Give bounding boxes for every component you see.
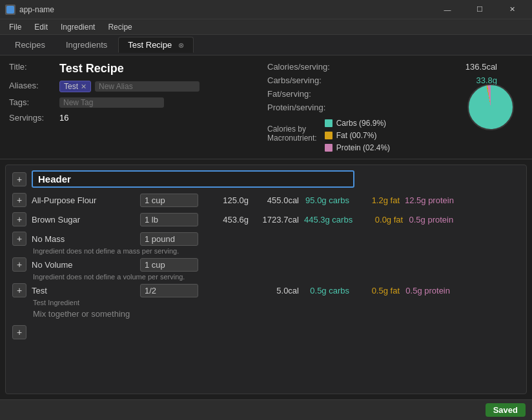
ingredient-fat-test: 0.5g fat [354, 286, 400, 295]
menu-edit[interactable]: Edit [28, 21, 54, 33]
ingredient-row-test: + Test 5.0cal 0.5g carbs 0.5g fat 0.5g p… [12, 281, 520, 300]
ingredient-cal-test: 5.0cal [254, 286, 299, 295]
alias-input[interactable] [95, 81, 200, 92]
fat-row: Fat/serving: 0.1g [267, 89, 497, 99]
recipe-note: Mix together or something [12, 306, 520, 321]
pie-chart-container [510, 62, 523, 152]
recipe-content[interactable]: + + All-Purpose Flour 125.0g 455.0cal 95… [5, 165, 527, 394]
protein-dot [325, 144, 332, 152]
add-ingredient-sugar-button[interactable]: + [12, 212, 26, 226]
menu-ingredient[interactable]: Ingredient [54, 21, 101, 33]
macro-label: Calories byMacronutrient: [267, 125, 317, 143]
ingredient-fat-flour: 1.2g fat [354, 195, 400, 205]
ingredient-name-nomass: No Mass [32, 234, 135, 244]
ingredient-row-nomass-container: + No Mass Ingredient does not define a m… [12, 229, 520, 255]
add-section-button[interactable]: + [12, 325, 26, 339]
add-ingredient-test-button[interactable]: + [12, 283, 26, 297]
tab-test-recipe[interactable]: Test Recipe ⊗ [118, 37, 194, 53]
section-header-input[interactable] [32, 170, 354, 188]
bottom-add-row: + [12, 321, 520, 343]
aliases-row: Aliases: Test ✕ [9, 81, 254, 92]
ingredient-row-sugar: + Brown Sugar 453.6g 1723.7cal 445.3g ca… [12, 210, 520, 229]
ingredient-g-sugar: 453.6g [203, 215, 249, 225]
app-name: app-name [19, 5, 54, 14]
ingredient-sub-novolume: Ingredient does not define a volume per … [12, 273, 520, 281]
ingredient-qty-test[interactable] [140, 284, 198, 297]
macro-label-block: Calories byMacronutrient: [267, 125, 317, 146]
macro-section: Calories byMacronutrient: Carbs (96.9%) … [267, 119, 497, 152]
bottom-bar: Saved [0, 399, 532, 420]
ingredient-name-test: Test [32, 286, 135, 295]
ingredient-name-sugar: Brown Sugar [32, 215, 135, 225]
title-row: Title: Test Recipe [9, 62, 254, 75]
fat-label: Fat/serving: [267, 89, 311, 99]
macro-legend: Carbs (96.9%) Fat (00.7%) Protein (02.4%… [325, 119, 390, 152]
aliases-label: Aliases: [9, 81, 54, 90]
add-header-button[interactable]: + [12, 172, 26, 186]
add-ingredient-novolume-button[interactable]: + [12, 257, 26, 272]
title-value: Test Recipe [59, 62, 124, 75]
tabs-bar: Recipes Ingredients Test Recipe ⊗ [0, 35, 532, 55]
app-icon [5, 5, 15, 15]
tab-close-icon[interactable]: ⊗ [178, 41, 184, 49]
calories-value: 136.5cal [466, 62, 497, 72]
info-section: Title: Test Recipe Aliases: Test ✕ Tags:… [0, 55, 532, 159]
menu-bar: File Edit Ingredient Recipe [0, 19, 532, 35]
tag-input[interactable] [59, 97, 164, 108]
macro-carbs: Carbs (96.9%) [325, 119, 390, 128]
add-ingredient-nomass-button[interactable]: + [12, 232, 26, 246]
close-button[interactable]: ✕ [497, 0, 527, 19]
macro-protein: Protein (02.4%) [325, 143, 390, 152]
ingredient-protein-flour: 12.5g protein [405, 195, 454, 205]
ingredient-qty-novolume[interactable] [140, 258, 198, 272]
ingredient-cal-flour: 455.0cal [254, 195, 299, 205]
carbs-dot [325, 119, 332, 127]
alias-tag: Test ✕ [59, 81, 91, 92]
section-header-row: + [12, 170, 520, 188]
main-content: Title: Test Recipe Aliases: Test ✕ Tags:… [0, 55, 532, 420]
title-bar: app-name — ☐ ✕ [0, 0, 532, 19]
tab-recipes[interactable]: Recipes [5, 37, 55, 53]
calories-label: Calories/serving: [267, 62, 330, 72]
ingredient-name-flour: All-Purpose Flour [32, 195, 135, 205]
title-bar-left: app-name [5, 5, 54, 15]
menu-recipe[interactable]: Recipe [101, 21, 138, 33]
alias-remove-icon[interactable]: ✕ [81, 83, 87, 91]
ingredient-row-novolume-container: + No Volume Ingredient does not define a… [12, 255, 520, 281]
ingredient-qty-sugar[interactable] [140, 213, 198, 226]
pie-chart-css [467, 84, 514, 130]
carbs-label: Carbs/serving: [267, 75, 322, 85]
protein-row: Protein/serving: 0.8g [267, 103, 497, 112]
svg-rect-0 [6, 6, 14, 14]
ingredient-row-nomass: + No Mass [12, 229, 520, 248]
protein-label: Protein/serving: [267, 103, 325, 112]
ingredient-carbs-flour: 95.0g carbs [304, 195, 349, 205]
ingredient-qty-flour[interactable] [140, 194, 198, 207]
servings-label: Servings: [9, 113, 54, 123]
title-label: Title: [9, 62, 54, 72]
ingredient-row-novolume: + No Volume [12, 255, 520, 274]
ingredient-qty-nomass[interactable] [140, 232, 198, 246]
ingredient-fat-sugar: 0.0g fat [358, 215, 403, 225]
nutrition-section: Calories/serving: 136.5cal Carbs/serving… [267, 62, 523, 152]
ingredient-sub-nomass: Ingredient does not define a mass per se… [12, 247, 520, 255]
carbs-row: Carbs/serving: 33.8g [267, 75, 497, 85]
tab-ingredients[interactable]: Ingredients [56, 37, 117, 53]
servings-row: Servings: 16 [9, 113, 254, 123]
minimize-button[interactable]: — [433, 0, 462, 19]
ingredient-carbs-sugar: 445.3g carbs [304, 215, 353, 225]
calories-row: Calories/serving: 136.5cal [267, 62, 497, 72]
window-controls: — ☐ ✕ [433, 0, 527, 19]
ingredient-cal-sugar: 1723.7cal [254, 215, 299, 225]
maximize-button[interactable]: ☐ [465, 0, 495, 19]
menu-file[interactable]: File [3, 21, 28, 33]
tags-label: Tags: [9, 97, 54, 107]
recipe-metadata: Title: Test Recipe Aliases: Test ✕ Tags:… [9, 62, 254, 152]
ingredient-name-novolume: No Volume [32, 260, 135, 270]
tags-row: Tags: [9, 97, 254, 108]
ingredient-sub-test: Test Ingredient [12, 299, 520, 306]
macro-fat: Fat (00.7%) [325, 131, 390, 140]
ingredient-row-test-container: + Test 5.0cal 0.5g carbs 0.5g fat 0.5g p… [12, 281, 520, 306]
servings-value: 16 [59, 113, 68, 123]
add-ingredient-flour-button[interactable]: + [12, 193, 26, 207]
